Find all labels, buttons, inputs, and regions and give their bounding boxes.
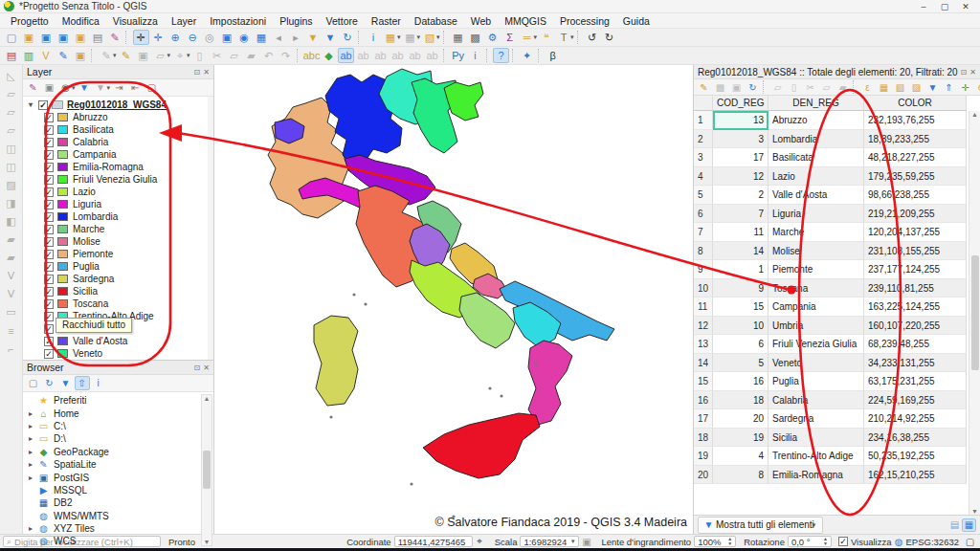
new-bookmark-icon[interactable]: ▼ — [305, 30, 322, 45]
region-sardegna[interactable] — [314, 316, 358, 406]
chevron-down-icon[interactable]: ▾ — [534, 33, 538, 41]
layer-checkbox[interactable]: ✓ — [44, 349, 54, 359]
cell-color[interactable]: 50,235,192,255 — [864, 447, 967, 466]
row-number[interactable]: 9 — [694, 260, 713, 279]
text-annotation-icon[interactable]: T — [556, 30, 572, 45]
close-button[interactable]: ✕ — [955, 2, 976, 11]
layer-checkbox[interactable]: ✓ — [44, 287, 54, 297]
browser-item[interactable]: ▸ ◆ GeoPackage — [23, 446, 213, 458]
digitize-icon[interactable]: ▱ — [152, 48, 168, 63]
pan-to-selection-icon[interactable]: ✛ — [150, 30, 167, 45]
open-project-icon[interactable]: ▣ — [21, 30, 37, 45]
measure-icon[interactable]: ═ — [519, 30, 535, 45]
menu-progetto[interactable]: Progetto — [4, 14, 56, 28]
expand-arrow-icon[interactable]: ▸ — [29, 474, 37, 482]
reshape-features-icon[interactable]: ▰ — [3, 232, 19, 248]
cell-cod-reg[interactable]: 19 — [713, 429, 768, 448]
cell-color[interactable]: 219,21,209,255 — [864, 205, 967, 224]
cell-den-reg[interactable]: Sicilia — [768, 429, 864, 448]
row-number[interactable]: 19 — [694, 447, 713, 466]
cell-den-reg[interactable]: Friuli Venezia Giulia — [768, 335, 864, 354]
layer-tree-scrollbar[interactable] — [208, 97, 213, 360]
layer-item[interactable]: ✓ Marche — [23, 223, 213, 235]
cell-color[interactable]: 63,175,231,255 — [864, 372, 967, 391]
layer-item[interactable]: ✓ Puglia — [23, 260, 213, 273]
expand-arrow-icon[interactable]: ▸ — [29, 460, 37, 469]
row-number[interactable]: 5 — [694, 186, 713, 205]
cell-den-reg[interactable]: Abruzzo — [768, 111, 864, 130]
chevron-down-icon[interactable]: ▾ — [167, 52, 171, 59]
layer-item[interactable]: ✓ Emilia-Romagna — [23, 161, 213, 173]
browser-item[interactable]: ◍ WCS — [23, 535, 213, 547]
cell-color[interactable]: 210,214,92,255 — [864, 409, 967, 429]
move-feature-icon[interactable]: ▱ — [3, 87, 19, 102]
browser-item[interactable]: ▶ MSSQL — [23, 484, 213, 496]
cell-cod-reg[interactable]: 8 — [713, 466, 768, 485]
row-number[interactable]: 11 — [694, 298, 713, 317]
column-header-cod_reg[interactable]: COD_REG — [713, 96, 768, 111]
save-project-as-icon[interactable]: ▣ — [56, 30, 72, 45]
browser-filter-icon[interactable]: ▼ — [58, 376, 74, 390]
scale-combobox[interactable]: 1:6982924▾ — [520, 536, 579, 547]
cell-color[interactable]: 34,233,131,255 — [864, 354, 967, 373]
browser-item[interactable]: ▸ ✎ SpatiaLite — [23, 458, 213, 471]
menu-layer[interactable]: Layer — [165, 14, 203, 28]
cell-den-reg[interactable]: Trentino-Alto Adige — [768, 447, 864, 466]
new-shapefile-icon[interactable]: V — [38, 48, 55, 63]
layer-item[interactable]: ✓ Friuli Venezia Giulia — [23, 173, 213, 186]
layer-checkbox[interactable]: ✓ — [44, 299, 54, 309]
delete-selected-icon[interactable]: ▯ — [191, 48, 208, 63]
attr-multiedit-icon[interactable]: ▩ — [713, 80, 728, 95]
layer-item[interactable]: ✓ Basilicata — [23, 123, 213, 136]
toggle-editing-icon[interactable]: ✎ — [118, 48, 134, 63]
attr-pan-selection-icon[interactable]: ✛ — [958, 80, 973, 95]
label-tool-4-icon[interactable]: ab — [407, 48, 423, 63]
layer-item[interactable]: ✓ Sardegna — [23, 273, 213, 285]
cell-cod-reg[interactable]: 7 — [713, 205, 768, 224]
cell-color[interactable]: 160,107,220,255 — [864, 317, 967, 336]
column-header-den_reg[interactable]: DEN_REG — [768, 96, 864, 111]
layer-checkbox[interactable]: ✓ — [44, 237, 54, 247]
region-sicilia[interactable] — [423, 413, 540, 478]
cell-color[interactable]: 239,110,81,255 — [864, 279, 967, 298]
layer-checkbox[interactable]: ✓ — [44, 225, 54, 234]
cell-color[interactable]: 179,235,59,255 — [864, 167, 967, 187]
cell-cod-reg[interactable]: 5 — [713, 354, 768, 373]
messages-icon[interactable]: ▢ — [963, 535, 977, 548]
menu-visualizza[interactable]: Visualizza — [106, 14, 165, 28]
layer-item[interactable]: ✓ Veneto — [23, 347, 213, 360]
cell-cod-reg[interactable]: 18 — [713, 391, 768, 410]
column-header-color[interactable]: COLOR — [864, 96, 967, 111]
layer-checkbox[interactable]: ✓ — [44, 262, 54, 272]
layer-checkbox[interactable]: ✓ — [44, 125, 54, 135]
chevron-down-icon[interactable]: ▾ — [107, 84, 111, 92]
panel-close-icon[interactable]: ✕ — [203, 364, 210, 372]
delete-ring-icon[interactable]: ◨ — [3, 196, 19, 211]
cell-cod-reg[interactable]: 15 — [713, 298, 768, 317]
layer-checkbox[interactable]: ✓ — [44, 163, 54, 172]
layer-checkbox[interactable]: ✓ — [44, 113, 54, 122]
browser-scrollbar[interactable]: ▲▼ — [201, 394, 212, 546]
fill-ring-icon[interactable]: ▨ — [3, 178, 19, 193]
region-calabria[interactable] — [528, 341, 572, 425]
menu-processing[interactable]: Processing — [553, 14, 616, 28]
layer-diagram-icon[interactable]: ◆ — [321, 48, 337, 63]
browser-collapse-all-icon[interactable]: ⇧ — [75, 376, 90, 390]
layer-checkbox[interactable]: ✓ — [44, 150, 54, 160]
cell-den-reg[interactable]: Umbria — [768, 317, 864, 336]
row-number[interactable]: 6 — [694, 205, 713, 224]
browser-item[interactable]: ▸ ▣ PostGIS — [23, 471, 213, 483]
zoom-to-layer-icon[interactable]: ▦ — [254, 30, 270, 45]
browser-properties-icon[interactable]: i — [91, 376, 106, 390]
expand-arrow-icon[interactable]: ▸ — [29, 422, 37, 430]
cut-features-icon[interactable]: ✂ — [209, 48, 225, 63]
cell-den-reg[interactable]: Calabria — [768, 391, 864, 410]
zoom-full-icon[interactable]: ▣ — [219, 30, 235, 45]
zoom-to-selection-icon[interactable]: ◉ — [236, 30, 253, 45]
layer-item[interactable]: ✓ Lazio — [23, 186, 213, 198]
layer-item[interactable]: ✓ Abruzzo — [23, 111, 213, 123]
remove-layer-icon[interactable]: ▢ — [145, 80, 160, 95]
cell-color[interactable]: 98,66,238,255 — [864, 186, 967, 205]
menu-mmqgis[interactable]: MMQGIS — [498, 14, 553, 28]
row-number[interactable]: 13 — [694, 335, 713, 354]
